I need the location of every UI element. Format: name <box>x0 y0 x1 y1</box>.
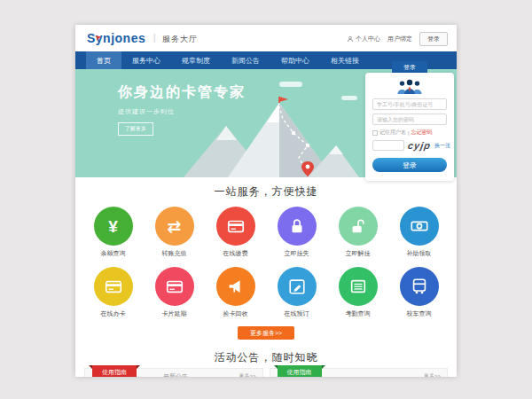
hero-banner: 你身边的卡管专家 提供建设一步到位 了解更多 <box>75 69 457 177</box>
nav-item-5[interactable]: 相关链接 <box>320 51 370 69</box>
card-icon <box>216 207 255 246</box>
user-icon <box>347 35 354 43</box>
megaphone-icon <box>216 267 255 306</box>
panel-tab[interactable]: 使用指南 <box>92 365 137 377</box>
hero-cta-button[interactable]: 了解更多 <box>118 122 153 136</box>
service-item-10[interactable]: 考勤查询 <box>327 267 388 318</box>
service-label: 立即挂失 <box>266 249 327 258</box>
personal-center-link[interactable]: 个人中心 <box>347 35 380 43</box>
more-services-button[interactable]: 更多服务>> <box>238 326 294 340</box>
service-item-1[interactable]: ⇄转账充值 <box>144 207 205 258</box>
remember-row: 记住用户名 | 忘记密码 <box>372 129 447 137</box>
personal-center-label: 个人中心 <box>356 35 380 43</box>
panel-tab[interactable]: 使用指南 <box>278 365 322 377</box>
yuan-icon: ¥ <box>94 207 133 246</box>
service-label: 在线办卡 <box>82 309 144 318</box>
captcha-input[interactable] <box>372 140 404 151</box>
service-item-11[interactable]: 校车查询 <box>388 267 450 318</box>
password-input[interactable] <box>372 113 447 125</box>
site-header: Synjones ➤ | 服务大厅 个人中心 用户绑定 登录 <box>75 25 457 51</box>
mountain-illustration <box>175 96 361 177</box>
service-label: 余额查询 <box>82 249 144 258</box>
card-icon <box>155 267 194 306</box>
cloud-shape <box>279 82 302 87</box>
header-right: 个人中心 用户绑定 登录 <box>347 32 448 46</box>
service-label: 卡片延期 <box>144 309 205 318</box>
remember-separator: | <box>408 130 410 136</box>
panel-more-link[interactable]: 更多>> <box>424 372 441 377</box>
site-subtitle: 服务大厅 <box>162 34 198 45</box>
logo-divider: | <box>153 33 156 43</box>
unlock-icon <box>339 207 378 246</box>
announcements-title: 活动公告，随时知晓 <box>75 350 457 365</box>
services-section: 一站服务，方便快捷 ¥余额查询⇄转账充值在线缴费立即挂失立即解挂补助领取在线办卡… <box>75 177 457 340</box>
panel-more-link[interactable]: 更多>> <box>239 372 255 377</box>
edit-icon <box>278 267 317 306</box>
service-item-0[interactable]: ¥余额查询 <box>82 207 144 258</box>
nav-item-1[interactable]: 服务中心 <box>121 51 171 69</box>
service-label: 捡卡回收 <box>205 309 266 318</box>
remember-label: 记住用户名 <box>379 129 406 137</box>
announcement-panels: 使用指南最新公告更多>>使用指南更多>> <box>84 368 448 377</box>
service-item-4[interactable]: 立即解挂 <box>327 207 388 258</box>
login-tab[interactable]: 登录 <box>392 61 427 73</box>
service-item-5[interactable]: 补助领取 <box>388 207 450 258</box>
login-card: 记住用户名 | 忘记密码 cyjp 换一张 登录 <box>365 73 454 181</box>
service-item-6[interactable]: 在线办卡 <box>82 267 144 318</box>
service-item-2[interactable]: 在线缴费 <box>205 207 266 258</box>
remember-checkbox[interactable] <box>372 130 378 136</box>
banknote-icon <box>400 207 439 246</box>
service-label: 立即解挂 <box>327 249 388 258</box>
services-title: 一站服务，方便快捷 <box>75 184 457 200</box>
service-item-3[interactable]: 立即挂失 <box>266 207 327 258</box>
nav-item-2[interactable]: 规章制度 <box>171 51 221 69</box>
users-icon <box>395 79 425 94</box>
announcements-section: 活动公告，随时知晓 使用指南最新公告更多>>使用指南更多>> <box>75 350 457 365</box>
username-input[interactable] <box>372 98 447 110</box>
service-label: 校车查询 <box>388 309 450 318</box>
service-label: 补助领取 <box>388 249 450 258</box>
captcha-refresh-link[interactable]: 换一张 <box>434 142 450 150</box>
nav-item-4[interactable]: 帮助中心 <box>270 51 320 69</box>
forgot-password-link[interactable]: 忘记密码 <box>411 129 433 137</box>
transfer-icon: ⇄ <box>155 207 194 246</box>
nav-item-0[interactable]: 首页 <box>86 51 121 69</box>
nav-item-3[interactable]: 新闻公告 <box>221 51 270 69</box>
service-item-8[interactable]: 捡卡回收 <box>205 267 266 318</box>
service-label: 在线预订 <box>266 309 327 318</box>
announcement-panel-0: 使用指南最新公告更多>> <box>84 368 263 377</box>
site-logo[interactable]: Synjones ➤ <box>87 31 145 45</box>
captcha-image[interactable]: cyjp <box>407 140 432 151</box>
lock-icon <box>278 207 317 246</box>
screenshot-stage: Synjones ➤ | 服务大厅 个人中心 用户绑定 登录 首 <box>0 0 532 399</box>
user-binding-link[interactable]: 用户绑定 <box>387 35 412 43</box>
bus-icon <box>400 267 439 306</box>
service-item-7[interactable]: 卡片延期 <box>144 267 205 318</box>
login-panel: 登录 记住用户名 <box>365 61 454 181</box>
panel-secondary-tab[interactable]: 最新公告 <box>163 372 188 377</box>
site-page: Synjones ➤ | 服务大厅 个人中心 用户绑定 登录 首 <box>75 25 457 377</box>
header-login-button[interactable]: 登录 <box>419 32 448 46</box>
user-binding-label: 用户绑定 <box>387 35 412 43</box>
service-label: 考勤查询 <box>327 309 388 318</box>
login-submit-button[interactable]: 登录 <box>372 158 447 172</box>
announcement-panel-1: 使用指南更多>> <box>270 368 449 377</box>
captcha-row: cyjp 换一张 <box>372 140 447 151</box>
service-label: 转账充值 <box>144 249 205 258</box>
list-icon <box>339 267 378 306</box>
services-grid: ¥余额查询⇄转账充值在线缴费立即挂失立即解挂补助领取在线办卡卡片延期捡卡回收在线… <box>82 207 450 318</box>
card-icon <box>94 267 133 306</box>
service-label: 在线缴费 <box>205 249 266 258</box>
service-item-9[interactable]: 在线预订 <box>266 267 327 318</box>
